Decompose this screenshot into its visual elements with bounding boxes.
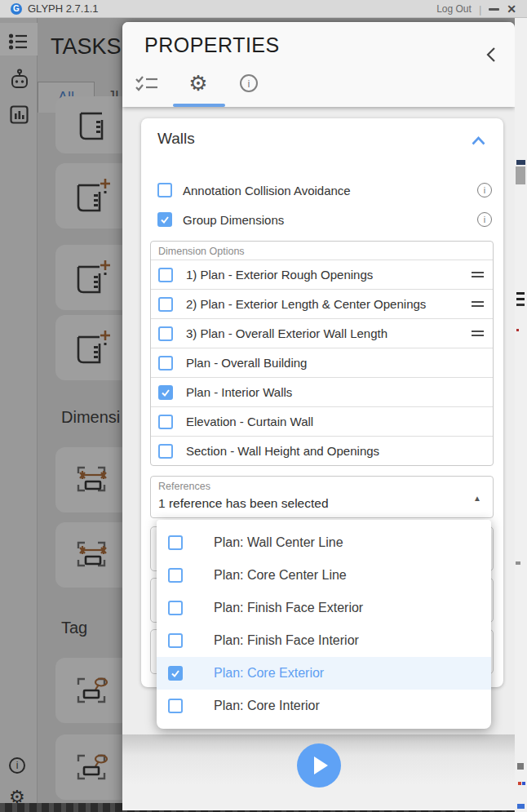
references-dropdown-menu: Plan: Wall Center Line Plan: Core Center…	[157, 520, 491, 729]
dimension-option-row[interactable]: Plan - Interior Walls	[151, 377, 493, 406]
checkbox-unchecked[interactable]	[168, 633, 183, 648]
info-icon[interactable]: i	[477, 212, 492, 227]
properties-title: PROPERTIES	[144, 33, 280, 57]
run-button[interactable]	[297, 743, 341, 788]
window-fragment	[517, 804, 525, 809]
window-fragment	[516, 304, 525, 306]
window-fragment	[516, 329, 519, 331]
window-fragment	[516, 292, 525, 295]
checkbox-unchecked[interactable]	[168, 568, 183, 583]
references-label: References	[158, 481, 210, 492]
checkbox-unchecked[interactable]	[158, 415, 173, 429]
tab-settings[interactable]: ⚙	[186, 71, 210, 95]
checkbox-unchecked[interactable]	[158, 297, 173, 312]
properties-panel: PROPERTIES ⚙ i	[122, 22, 515, 810]
window-fragment	[517, 763, 524, 770]
dimension-options-label: Dimension Options	[151, 242, 493, 260]
checkbox-unchecked[interactable]	[168, 535, 183, 550]
gear-icon: ⚙	[188, 73, 207, 94]
dropdown-option[interactable]: Plan: Finish Face Interior	[157, 624, 491, 657]
window-fragment	[516, 298, 525, 300]
checkbox-unchecked[interactable]	[158, 268, 173, 282]
dropdown-option-selected[interactable]: Plan: Core Exterior	[157, 657, 491, 690]
checkbox-unchecked[interactable]	[158, 444, 173, 459]
info-icon: i	[240, 74, 258, 92]
info-icon[interactable]: i	[477, 183, 492, 197]
panel-footer	[122, 734, 515, 810]
app-background: i ⚙ TASKS All JLC	[0, 18, 515, 812]
checkbox-checked[interactable]	[168, 666, 183, 681]
toggle-row: Annotation Collision Avoidance i	[157, 180, 492, 200]
dropdown-option[interactable]: Plan: Core Interior	[157, 690, 491, 722]
window-fragment	[516, 166, 525, 184]
app-logo-icon: G	[11, 3, 22, 15]
checkbox-unchecked[interactable]	[168, 699, 183, 713]
checkbox-unchecked[interactable]	[168, 601, 183, 615]
app-title: GLYPH 2.7.1.1	[28, 2, 98, 15]
tab-info[interactable]: i	[237, 71, 261, 95]
dimension-option-row[interactable]: 2) Plan - Exterior Length & Center Openi…	[151, 289, 493, 318]
drag-handle-icon[interactable]	[472, 301, 484, 307]
dimension-option-row[interactable]: Section - Wall Height and Openings	[151, 436, 493, 465]
checkbox-unchecked[interactable]	[158, 326, 173, 341]
back-chevron-icon[interactable]	[485, 47, 497, 63]
drag-handle-icon[interactable]	[472, 272, 484, 277]
active-tab-underline	[173, 104, 225, 107]
tab-checklist[interactable]	[135, 71, 159, 95]
collapse-triangle-icon[interactable]: ▲	[473, 494, 481, 503]
references-value: 1 reference has been selected	[158, 496, 329, 511]
toggle-row: Group Dimensions i	[157, 210, 492, 229]
dimension-options-group: Dimension Options 1) Plan - Exterior Rou…	[150, 241, 494, 466]
dimension-option-row[interactable]: Elevation - Curtain Wall	[151, 406, 493, 436]
play-icon	[314, 757, 328, 774]
dimension-option-row[interactable]: 3) Plan - Overall Exterior Wall Length	[151, 318, 493, 348]
checkbox-unchecked[interactable]	[158, 356, 173, 371]
checklist-icon	[135, 75, 158, 92]
window-fragment	[516, 160, 525, 165]
properties-header: PROPERTIES ⚙ i	[122, 22, 515, 107]
minimize-icon[interactable]	[489, 8, 499, 11]
window-fragment	[518, 782, 521, 785]
walls-section-title: Walls	[157, 130, 195, 148]
dimension-option-row[interactable]: 1) Plan - Exterior Rough Openings	[151, 260, 493, 289]
drag-handle-icon[interactable]	[472, 331, 484, 336]
titlebar-separator: |	[479, 3, 481, 16]
window-fragment	[516, 561, 520, 565]
references-select[interactable]: References 1 reference has been selected…	[150, 476, 494, 518]
close-icon[interactable]: ✕	[507, 3, 516, 15]
app-window: G GLYPH 2.7.1.1 Log Out | ✕	[0, 0, 527, 812]
dropdown-option[interactable]: Plan: Wall Center Line	[157, 526, 491, 559]
dropdown-option[interactable]: Plan: Finish Face Exterior	[157, 592, 491, 624]
checkbox-checked[interactable]	[158, 385, 173, 400]
dropdown-option[interactable]: Plan: Core Center Line	[157, 559, 491, 592]
window-fragment	[522, 782, 525, 785]
dimension-option-row[interactable]: Plan - Overall Building	[151, 348, 493, 377]
collapse-chevron-up-icon[interactable]	[472, 136, 485, 145]
checkbox-unchecked[interactable]	[157, 183, 172, 197]
checkbox-checked[interactable]	[157, 212, 172, 227]
background-window-sliver	[515, 18, 527, 812]
titlebar: G GLYPH 2.7.1.1 Log Out | ✕	[0, 0, 527, 18]
logout-button[interactable]: Log Out	[436, 3, 472, 15]
